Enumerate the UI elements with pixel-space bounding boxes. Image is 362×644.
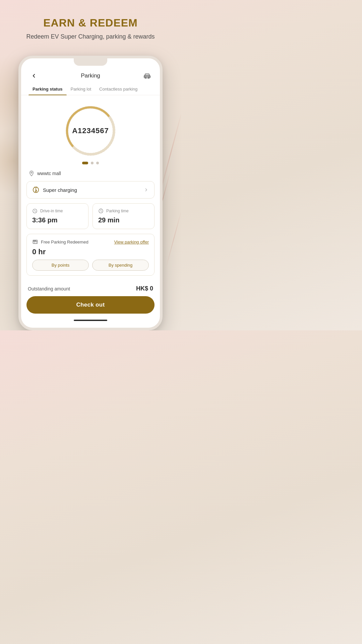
- parking-redeemed-card: Free Parking Redeemed View parking offer…: [26, 234, 155, 276]
- drive-in-label: Drive-in time: [40, 209, 63, 213]
- super-charging-card[interactable]: Super charging: [26, 181, 155, 199]
- tab-parking-lot[interactable]: Parking lot: [67, 84, 95, 95]
- ticket-circle-section: A1234567: [21, 101, 160, 160]
- header-section: EARN & REDEEM Redeem EV Super Charging, …: [0, 0, 181, 49]
- parking-redeemed-label: Free Parking Redeemed: [41, 239, 88, 245]
- outstanding-label: Outstanding amount: [28, 286, 70, 291]
- drive-in-header: Drive-in time: [32, 208, 83, 214]
- back-button[interactable]: [28, 70, 39, 81]
- parking-time-label: Parking time: [106, 209, 129, 213]
- car-icon[interactable]: [142, 70, 153, 81]
- drive-in-card: Drive-in time 3:36 pm: [26, 203, 88, 229]
- outstanding-amount: HK$ 0: [136, 285, 153, 292]
- parking-ticket-icon: [32, 239, 38, 245]
- page-title: EARN & REDEEM: [13, 17, 168, 29]
- outstanding-row: Outstanding amount HK$ 0: [26, 284, 155, 296]
- view-parking-link[interactable]: View parking offer: [114, 239, 149, 245]
- top-nav: Parking: [21, 66, 160, 84]
- redeem-buttons-row: By points By spending: [32, 260, 149, 271]
- info-cards-row: Drive-in time 3:36 pm Parking time 29 mi…: [26, 203, 155, 229]
- parking-time-header: Parking time: [98, 208, 149, 214]
- tab-contactless-parking[interactable]: Contactless parking: [95, 84, 141, 95]
- checkout-button[interactable]: Check out: [26, 296, 155, 314]
- super-charging-icon: [32, 186, 40, 194]
- parking-redeemed-value: 0 hr: [32, 248, 149, 256]
- parking-time-card: Parking time 29 min: [93, 203, 155, 229]
- parking-redeemed-left: Free Parking Redeemed: [32, 239, 88, 245]
- location-text: wwwtc mall: [37, 171, 61, 176]
- svg-rect-10: [34, 240, 34, 241]
- tab-parking-status[interactable]: Parking status: [28, 84, 67, 95]
- by-spending-button[interactable]: By spending: [92, 260, 149, 271]
- location-row: wwwtc mall: [21, 169, 160, 181]
- ticket-number: A1234567: [72, 126, 109, 135]
- chevron-right-icon: [143, 187, 149, 193]
- clock-icon: [32, 208, 38, 214]
- svg-point-5: [31, 172, 32, 173]
- location-icon: [28, 170, 35, 176]
- parking-redeemed-header: Free Parking Redeemed View parking offer: [32, 239, 149, 245]
- bg-line-3: [166, 209, 181, 267]
- ticket-circle: A1234567: [64, 104, 117, 158]
- tabs-bar: Parking status Parking lot Contactless p…: [21, 84, 160, 95]
- by-points-button[interactable]: By points: [32, 260, 89, 271]
- dot-3[interactable]: [96, 162, 99, 164]
- parking-time-value: 29 min: [98, 216, 149, 224]
- phone-mockup: Parking Parking status Parking lot Conta…: [18, 56, 163, 330]
- page-subtitle: Redeem EV Super Charging, parking & rewa…: [13, 33, 168, 41]
- bottom-bar: Outstanding amount HK$ 0 Check out: [21, 280, 160, 316]
- super-charging-left: Super charging: [32, 186, 77, 194]
- carousel-dots: [21, 162, 160, 164]
- timer-icon: [98, 208, 104, 214]
- drive-in-value: 3:36 pm: [32, 216, 83, 224]
- svg-rect-11: [35, 240, 35, 241]
- svg-rect-12: [36, 240, 36, 241]
- dot-1[interactable]: [82, 162, 88, 164]
- home-indicator: [74, 320, 107, 321]
- super-charging-label: Super charging: [43, 187, 77, 193]
- dot-2[interactable]: [91, 162, 94, 164]
- nav-title: Parking: [81, 72, 100, 79]
- phone-notch: [74, 58, 107, 66]
